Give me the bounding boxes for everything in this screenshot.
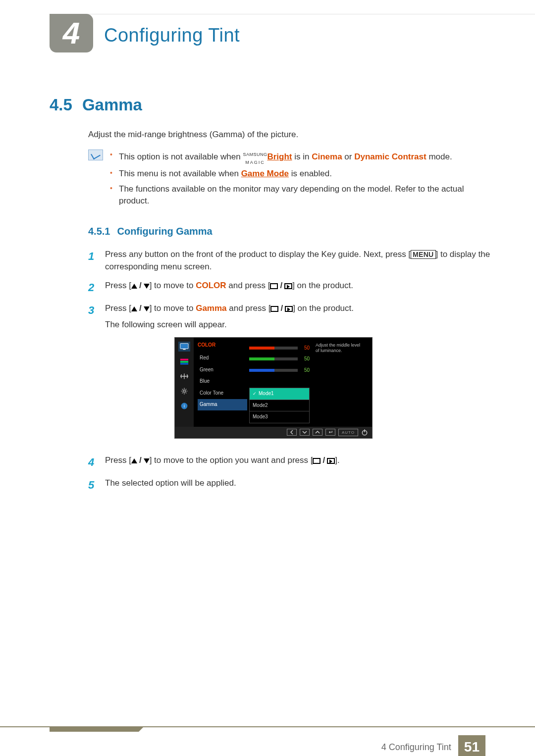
svg-rect-2 [180, 358, 188, 360]
osd-item-green[interactable]: Green [198, 364, 247, 376]
osd-tab-resize-icon[interactable] [178, 371, 190, 381]
source-enter-icon: / [270, 280, 292, 292]
osd-values: 50 50 50 Mode1 Mode2 Mode3 [247, 338, 312, 427]
osd-tab-settings-icon[interactable] [178, 386, 190, 396]
gamma-label: Gamma [196, 303, 226, 313]
svg-rect-4 [180, 363, 188, 364]
game-mode-label: Game Mode [241, 169, 289, 178]
osd-nav-left-icon[interactable] [287, 429, 297, 436]
text: Press [ [105, 455, 131, 465]
mode-dynamic-contrast: Dynamic Contrast [354, 152, 426, 161]
osd-green-value: 50 [301, 355, 310, 363]
step-3: Press [/] to move to Gamma and press [/]… [105, 302, 495, 448]
page-number: 51 [458, 735, 485, 756]
text: is in [292, 152, 312, 161]
text: This option is not available when [119, 152, 243, 161]
step-5: The selected option will be applied. [105, 477, 495, 493]
up-down-icon: / [131, 302, 150, 315]
osd-item-list: COLOR Red Green Blue Color Tone Gamma [194, 338, 247, 427]
text: ] to move to [150, 281, 196, 290]
text: Press any button on the front of the pro… [105, 250, 411, 259]
text: Press [ [105, 303, 131, 313]
samsung-magic-label: SAMSUNGMAGIC [243, 150, 267, 165]
text: mode. [427, 152, 452, 161]
svg-rect-3 [180, 361, 188, 363]
text: and press [ [227, 303, 271, 313]
osd-item-gamma[interactable]: Gamma [198, 399, 247, 410]
top-rule [50, 14, 535, 14]
mode-cinema: Cinema [312, 152, 342, 161]
text: ] to move to [150, 303, 196, 313]
note-list: This option is not available when SAMSUN… [110, 150, 495, 210]
osd-auto-button[interactable]: AUTO [338, 429, 358, 437]
step-4: Press [/] to move to the option you want… [105, 454, 495, 470]
osd-mode1[interactable]: Mode1 [249, 388, 310, 400]
osd-item-colortone[interactable]: Color Tone [198, 388, 247, 399]
step-3-appear: The following screen will appear. [105, 319, 495, 331]
source-enter-icon: / [270, 302, 293, 315]
section-title: Gamma [82, 93, 142, 117]
text: Press [ [105, 281, 131, 290]
subsection-number: 4.5.1 [88, 224, 110, 239]
up-down-icon: / [131, 280, 150, 292]
svg-rect-1 [183, 349, 185, 350]
step-number: 5 [88, 477, 98, 493]
osd-tab-picture-icon[interactable] [178, 342, 190, 352]
note-item-1: This option is not available when SAMSUN… [110, 150, 495, 165]
osd-nav-down-icon[interactable] [300, 429, 310, 436]
osd-blue-value: 50 [301, 367, 310, 374]
text: and press [ [226, 281, 270, 290]
subsection-title: Configuring Gamma [117, 224, 212, 239]
osd-nav-up-icon[interactable] [313, 429, 322, 436]
note-item-3: The functions available on the monitor m… [110, 183, 495, 207]
text: ] on the product. [292, 281, 353, 290]
osd-category: COLOR [198, 342, 247, 349]
text: is enabled. [289, 169, 332, 178]
section-intro: Adjust the mid-range brightness (Gamma) … [88, 129, 495, 141]
svg-rect-0 [180, 343, 188, 349]
step-number: 2 [88, 280, 98, 296]
chapter-title: Configuring Tint [104, 22, 240, 49]
osd-footer: AUTO [175, 427, 372, 439]
svg-text:i: i [184, 403, 185, 408]
step-2: Press [/] to move to COLOR and press [/]… [105, 280, 495, 296]
section-number: 4.5 [50, 93, 72, 117]
page-footer: 4 Configuring Tint 51 [0, 726, 535, 756]
up-down-icon: / [131, 454, 150, 467]
osd-enter-icon[interactable] [325, 429, 335, 436]
text: or [342, 152, 355, 161]
color-label: COLOR [196, 281, 226, 290]
osd-red-value: 50 [301, 345, 310, 352]
osd-mode2[interactable]: Mode2 [249, 400, 310, 412]
text: ] to move to the option you want and pre… [150, 455, 313, 465]
step-number: 3 [88, 302, 98, 448]
note-item-2: This menu is not available when Game Mod… [110, 168, 495, 180]
osd-tab-info-icon[interactable]: i [178, 401, 190, 411]
text: ] on the product. [293, 303, 354, 313]
menu-button-label: MENU [411, 250, 435, 259]
footer-label: 4 Configuring Tint [381, 741, 451, 754]
note-icon [88, 150, 103, 160]
text: ]. [335, 455, 339, 465]
osd-sidebar: i [175, 338, 194, 427]
source-enter-icon: / [313, 454, 335, 467]
osd-menu: i COLOR Red Green Blue Color Tone Gamma [174, 337, 373, 439]
step-1: Press any button on the front of the pro… [105, 249, 495, 273]
text: This menu is not available when [119, 169, 241, 178]
osd-item-red[interactable]: Red [198, 353, 247, 364]
osd-tab-color-icon[interactable] [178, 356, 190, 366]
osd-mode3[interactable]: Mode3 [249, 411, 310, 423]
osd-item-blue[interactable]: Blue [198, 376, 247, 387]
chapter-number-badge: 4 [50, 14, 93, 52]
footer-accent [50, 727, 139, 732]
osd-help-text: Adjust the middle level of luminance. [312, 338, 365, 427]
osd-power-icon[interactable] [361, 429, 368, 436]
step-number: 1 [88, 249, 98, 273]
magic-bright-label: Bright [267, 152, 292, 161]
step-number: 4 [88, 454, 98, 470]
svg-point-5 [183, 390, 186, 392]
